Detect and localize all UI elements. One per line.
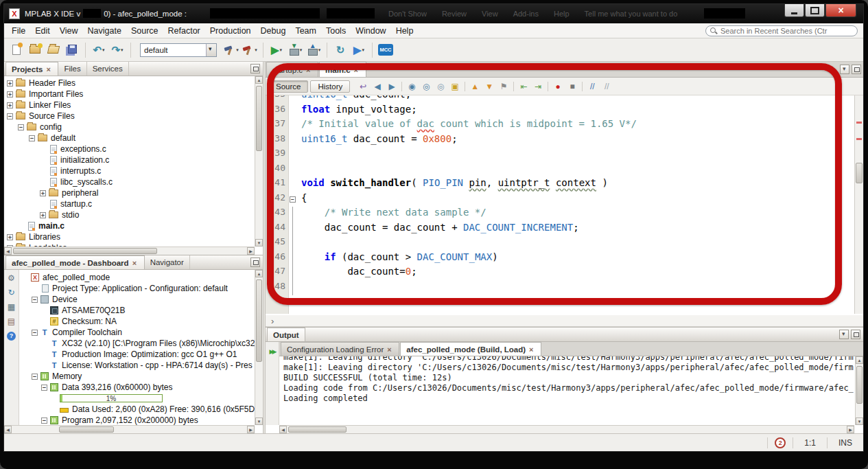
fold-collapse-icon[interactable] [290, 196, 296, 203]
tree-item[interactable]: Data 393,216 (0x60000) bytes [19, 382, 255, 393]
expand-toggle-icon[interactable] [7, 102, 13, 108]
close-tab-icon[interactable] [306, 66, 312, 74]
output-tab[interactable]: Configuration Loading Error [281, 342, 399, 356]
close-tab-icon[interactable] [529, 345, 535, 354]
new-project-icon[interactable] [27, 41, 43, 59]
tree-item[interactable]: initialization.c [4, 155, 255, 165]
record-macro-icon[interactable]: ● [551, 80, 565, 93]
shift-right-icon[interactable]: ⇥ [531, 80, 545, 93]
save-all-icon[interactable] [64, 41, 80, 59]
close-tab-icon[interactable] [354, 66, 360, 74]
tree-item[interactable]: peripheral [4, 187, 255, 198]
build-console[interactable]: make[1]: Leaving directory 'C:/Users/c13… [279, 356, 854, 425]
code-column[interactable]: uint16_t adc_count;float input_voltage;/… [297, 95, 854, 295]
tree-item[interactable]: Libraries [4, 231, 255, 242]
clean-build-icon[interactable]: ▾ [242, 41, 258, 59]
scroll-left-icon[interactable]: ◀ [279, 426, 287, 433]
expand-toggle-icon[interactable] [32, 330, 38, 336]
find-next-icon[interactable]: ◎ [419, 80, 433, 93]
menu-navigate[interactable]: Navigate [83, 24, 126, 38]
tree-item[interactable]: libc_syscalls.c [4, 176, 255, 187]
windows-icon[interactable]: ▦ [5, 301, 18, 313]
tab-list-icon[interactable] [840, 65, 849, 74]
scrollbar-thumb[interactable] [856, 366, 863, 404]
maximize-button[interactable] [805, 4, 825, 17]
tree-item[interactable]: main.c [4, 220, 255, 231]
scrollbar-thumb[interactable] [256, 86, 262, 151]
expand-toggle-icon[interactable] [40, 212, 46, 218]
menu-tools[interactable]: Tools [321, 24, 351, 38]
mcc-icon[interactable]: MCC [377, 41, 394, 59]
maximize-editor-icon[interactable] [852, 65, 861, 74]
tree-item[interactable]: exceptions.c [4, 144, 255, 155]
scroll-right-icon[interactable]: ▶ [247, 426, 255, 433]
scrollbar-thumb[interactable] [256, 279, 262, 362]
float-window-icon[interactable] [250, 64, 260, 73]
tree-item[interactable]: Header Files [4, 78, 255, 89]
tree-item[interactable]: startup.c [4, 198, 255, 209]
tree-item[interactable]: Device [19, 294, 255, 305]
tree-item[interactable]: interrupts.c [4, 165, 255, 176]
editor-tab[interactable]: startup.c [266, 62, 318, 77]
tree-item[interactable]: default [4, 133, 255, 144]
expand-toggle-icon[interactable] [7, 91, 13, 98]
scroll-down-icon[interactable]: ▼ [255, 239, 263, 247]
next-bookmark-icon[interactable]: ▼ [482, 80, 496, 93]
dashboard-horizontal-scrollbar[interactable]: ◀ ▶ [4, 425, 255, 433]
reset-refresh-icon[interactable]: ↻ [332, 41, 349, 59]
scroll-right-icon[interactable]: ▶ [847, 426, 854, 433]
dashboard-vertical-scrollbar[interactable]: ▲ ▼ [255, 270, 263, 425]
output-header-tab[interactable]: Output [267, 328, 305, 341]
make-program-device-icon[interactable]: ▾ [287, 41, 303, 59]
tree-item[interactable]: Program 2,097,152 (0x200000) bytes [19, 415, 255, 425]
expand-toggle-icon[interactable] [7, 80, 13, 87]
project-properties-icon[interactable]: ⚙ [5, 272, 18, 284]
search-input[interactable] [720, 27, 853, 35]
expand-toggle-icon[interactable] [7, 234, 13, 240]
docs-icon[interactable]: ▤ [5, 315, 18, 328]
chevron-down-icon[interactable] [839, 330, 849, 339]
uncomment-icon[interactable]: // [600, 80, 613, 93]
tree-item[interactable]: Data Used: 2,600 (0xA28) Free: 390,616 (… [19, 404, 255, 415]
scroll-up-icon[interactable]: ▲ [255, 270, 263, 277]
tree-item[interactable]: 1% [19, 393, 255, 404]
expand-toggle-icon[interactable] [40, 190, 46, 196]
projects-tab[interactable]: Files [58, 62, 86, 76]
tree-item[interactable]: Memory [19, 371, 255, 382]
minimize-button[interactable] [784, 4, 804, 17]
configuration-select[interactable]: default [140, 43, 217, 57]
close-button[interactable] [825, 4, 856, 17]
close-tab-icon[interactable] [132, 259, 139, 267]
undo-icon[interactable]: ↶▾ [91, 41, 107, 59]
close-tab-icon[interactable] [387, 345, 393, 354]
expand-toggle-icon[interactable] [32, 374, 38, 380]
tree-item[interactable]: Project Type: Application - Configuratio… [19, 283, 255, 294]
scrollbar-thumb[interactable] [288, 426, 347, 433]
output-tab[interactable]: afec_polled_mode (Build, Load) [400, 342, 541, 356]
tree-item[interactable]: Linker Files [4, 100, 255, 111]
projects-horizontal-scrollbar[interactable]: ◀ ▶ [4, 247, 255, 255]
last-edit-icon[interactable]: ↩ [356, 80, 370, 93]
refresh-dashboard-icon[interactable]: ↻ [5, 286, 18, 299]
menu-production[interactable]: Production [205, 24, 256, 38]
menu-file[interactable]: File [7, 24, 30, 38]
projects-tab[interactable]: Services [87, 62, 129, 76]
menu-source[interactable]: Source [126, 24, 163, 38]
toggle-bookmark-icon[interactable]: ⚑ [497, 80, 511, 93]
tree-item[interactable]: Checksum: NA [19, 316, 255, 327]
editor-tab[interactable]: main.c [319, 62, 366, 77]
open-project-icon[interactable] [45, 41, 62, 59]
scroll-left-icon[interactable]: ◀ [4, 426, 12, 433]
close-tab-icon[interactable] [46, 65, 52, 73]
scrollbar-thumb[interactable] [13, 248, 157, 254]
stop-macro-icon[interactable]: ■ [565, 80, 579, 93]
menu-edit[interactable]: Edit [30, 24, 55, 38]
history-view-button[interactable]: History [310, 80, 350, 93]
menu-team[interactable]: Team [290, 24, 321, 38]
tree-item[interactable]: config [4, 122, 255, 133]
code-editor[interactable]: 3536373839404142434445464748 uint16_t ad… [266, 95, 863, 314]
editor-breadcrumb-bar[interactable]: › [266, 315, 863, 327]
menu-refactor[interactable]: Refactor [163, 24, 205, 38]
shift-left-icon[interactable]: ⇤ [517, 80, 530, 93]
scrollbar-thumb[interactable] [856, 163, 863, 183]
